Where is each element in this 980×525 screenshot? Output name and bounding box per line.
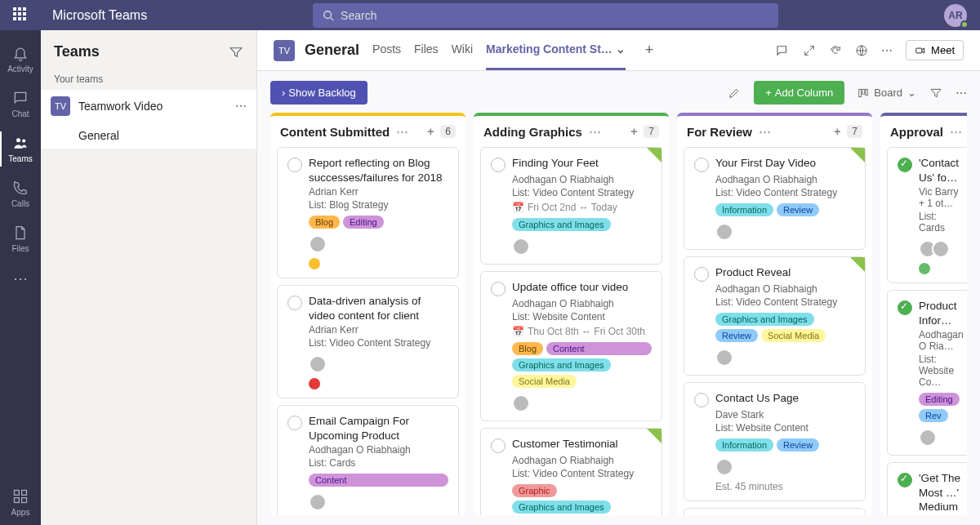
board-card[interactable]: Customer Testimonial Aodhagan O Riabhaig… — [480, 428, 662, 515]
tab-wiki[interactable]: Wiki — [452, 30, 473, 70]
board-card[interactable]: Report reflecting on Blog successes/fail… — [277, 147, 459, 278]
card-assignees — [715, 349, 855, 367]
add-column-button[interactable]: +Add Column — [754, 81, 844, 105]
team-name: Teamwork Video — [78, 100, 163, 113]
phone-icon — [12, 180, 29, 196]
assignee-avatar — [309, 493, 327, 511]
svg-rect-5 — [22, 491, 27, 496]
card-check-icon[interactable] — [694, 267, 709, 282]
expand-icon[interactable] — [803, 44, 816, 57]
channel-title: General — [305, 42, 359, 59]
channel-row[interactable]: General — [41, 122, 256, 149]
search-placeholder: Search — [341, 9, 376, 22]
add-card-icon[interactable]: + — [630, 125, 637, 138]
board-card[interactable]: 'Contact Us' fo… Vic Barry + 1 ot…List: … — [887, 147, 967, 283]
card-title: Finding Your Feet — [512, 156, 599, 171]
assignee-avatar — [715, 223, 733, 241]
card-list: List: Video Content Strategy — [309, 337, 448, 349]
board-card[interactable]: Finding Your Feet Aodhagan O RiabhaighLi… — [480, 147, 662, 265]
card-owner: Aodhagan O Ria… — [919, 329, 961, 352]
board-card[interactable]: Update Company Logo on site You + 2 othe… — [684, 508, 866, 515]
show-backlog-button[interactable]: ›Show Backlog — [270, 81, 368, 105]
rail-more[interactable]: ⋯ — [0, 261, 41, 296]
card-owner: Dave Stark — [715, 409, 855, 420]
board-view-select[interactable]: Board ⌄ — [858, 87, 916, 99]
board-card[interactable]: Update office tour video Aodhagan O Riab… — [480, 271, 662, 421]
column-more-icon[interactable]: ⋯ — [759, 124, 771, 139]
rail-chat[interactable]: Chat — [0, 82, 41, 127]
card-check-icon[interactable] — [694, 393, 709, 407]
rail-calls[interactable]: Calls — [0, 171, 41, 216]
card-check-icon[interactable] — [491, 158, 506, 172]
card-owner: Aodhagan O Riabhaigh — [715, 174, 855, 185]
board-column: Content Submitted ⋯ + 6 Report reflectin… — [270, 113, 466, 515]
card-check-icon[interactable] — [898, 473, 912, 487]
card-check-icon[interactable] — [491, 282, 506, 296]
card-tag: Graphics and Images — [512, 501, 611, 514]
team-more-icon[interactable]: ⋯ — [235, 100, 247, 113]
filter-icon[interactable] — [929, 87, 942, 100]
reply-icon[interactable] — [775, 43, 790, 58]
card-check-icon[interactable] — [898, 158, 912, 172]
column-more-icon[interactable]: ⋯ — [950, 124, 962, 139]
add-tab-icon[interactable]: + — [645, 42, 654, 59]
board-card[interactable]: Email Campaign For Upcoming Product Aodh… — [277, 405, 459, 515]
card-list: List: Website Co… — [919, 354, 961, 388]
card-title: 'Get The Most …' Medium post — [919, 471, 961, 515]
globe-icon[interactable] — [855, 44, 868, 57]
svg-rect-12 — [866, 89, 867, 96]
card-tag: Review — [777, 438, 819, 452]
rail-apps[interactable]: Apps — [0, 480, 41, 525]
tab-files[interactable]: Files — [414, 30, 439, 70]
card-title: Email Campaign For Upcoming Product — [309, 414, 448, 443]
assignee-avatar — [932, 240, 950, 258]
pencil-icon[interactable] — [728, 87, 741, 100]
board-card[interactable]: Data-driven analysis of video content fo… — [277, 285, 459, 398]
card-check-icon[interactable] — [694, 158, 709, 172]
column-title: Adding Graphics — [483, 125, 582, 139]
board-card[interactable]: 'Get The Most …' Medium post Vic Barry +… — [887, 462, 967, 515]
card-check-icon[interactable] — [287, 416, 302, 430]
card-corner-flag — [850, 148, 865, 162]
add-card-icon[interactable]: + — [427, 125, 434, 138]
card-list: List: Blog Strategy — [309, 199, 448, 211]
assignee-avatar — [309, 235, 327, 253]
card-tag: Blog — [309, 216, 340, 229]
card-title: 'Contact Us' fo… — [919, 156, 961, 185]
waffle-menu[interactable] — [13, 7, 29, 24]
card-check-icon[interactable] — [491, 438, 506, 453]
add-card-icon[interactable]: + — [834, 125, 840, 138]
card-check-icon[interactable] — [287, 296, 302, 310]
board-card[interactable]: Product Reveal Aodhagan O RiabhaighList:… — [684, 256, 866, 376]
header-more-icon[interactable]: ⋯ — [881, 44, 893, 57]
tab-posts[interactable]: Posts — [372, 30, 401, 70]
card-title: Your First Day Video — [715, 156, 816, 171]
board-card[interactable]: Product Infor… Aodhagan O Ria…List: Webs… — [887, 290, 967, 456]
video-icon — [915, 45, 926, 56]
rail-activity[interactable]: Activity — [0, 37, 41, 82]
team-row[interactable]: TV Teamwork Video ⋯ — [41, 90, 256, 122]
column-more-icon[interactable]: ⋯ — [396, 124, 408, 139]
filter-icon[interactable] — [229, 45, 243, 60]
channel-header: TV General Posts Files Wiki Marketing Co… — [257, 30, 980, 71]
rail-teams[interactable]: Teams — [0, 127, 41, 171]
card-assignees — [919, 429, 961, 447]
rail-files[interactable]: Files — [0, 216, 41, 261]
refresh-icon[interactable] — [829, 44, 842, 57]
board-card[interactable]: Contact Us Page Dave StarkList: Website … — [684, 382, 866, 501]
card-check-icon[interactable] — [898, 300, 912, 315]
board-card[interactable]: Your First Day Video Aodhagan O Riabhaig… — [684, 147, 866, 250]
meet-button[interactable]: Meet — [906, 40, 964, 60]
card-tag: Graphics and Images — [512, 218, 611, 231]
card-assignees — [512, 238, 652, 256]
board-more-icon[interactable]: ⋯ — [956, 87, 967, 100]
card-check-icon[interactable] — [287, 158, 302, 172]
svg-rect-7 — [22, 498, 27, 503]
channel-tile: TV — [274, 40, 295, 61]
column-more-icon[interactable]: ⋯ — [589, 124, 601, 139]
user-avatar[interactable]: AR — [944, 4, 967, 27]
card-assignees — [715, 223, 855, 241]
card-tag: Content — [546, 342, 652, 355]
tab-marketing[interactable]: Marketing Content St… ⌄ — [486, 30, 626, 70]
search-input[interactable]: Search — [313, 3, 778, 28]
